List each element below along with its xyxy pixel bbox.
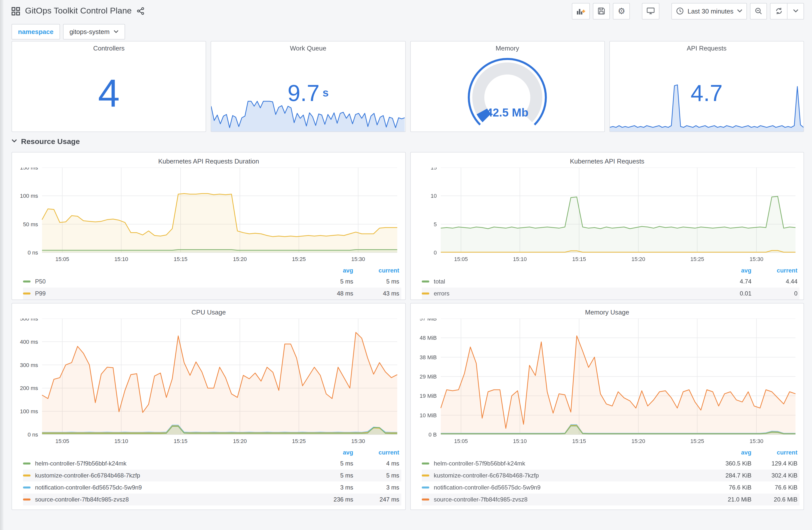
series-name[interactable]: source-controller-7fb84fc985-zvsz8: [35, 496, 309, 503]
series-current-value: 43 ms: [353, 290, 401, 297]
k8s-api-requests-duration-chart[interactable]: 0 ns50 ms100 ms150 ms15:0515:1015:1515:2…: [16, 167, 401, 264]
memory-usage-chart[interactable]: 0 B10 MiB19 MiB29 MiB38 MiB48 MiB57 MiB1…: [415, 319, 799, 445]
legend-col-avg[interactable]: avg: [708, 267, 752, 274]
dashboard-settings-button[interactable]: ⚙: [613, 3, 630, 19]
legend-col-current[interactable]: current: [353, 449, 401, 456]
series-name[interactable]: helm-controller-57f9b56bbf-k24mk: [35, 460, 309, 467]
legend-col-current[interactable]: current: [752, 267, 799, 274]
controllers-value: 4: [98, 70, 120, 116]
svg-text:15:25: 15:25: [292, 438, 306, 444]
share-icon[interactable]: [136, 7, 145, 15]
stats-row: Controllers 4 Work Queue 9.7 s Memory 42…: [12, 41, 804, 132]
series-color-dash: [23, 499, 30, 501]
dashboard-grid-icon[interactable]: [12, 7, 20, 15]
panel-work-queue: Work Queue 9.7 s: [211, 41, 406, 132]
series-name[interactable]: kustomize-controller-6c6784b468-7kzfp: [35, 472, 309, 479]
svg-text:38 MiB: 38 MiB: [420, 354, 437, 360]
namespace-variable-value: gitops-system: [70, 28, 110, 35]
k8s-api-requests-chart[interactable]: 05101515:0515:1015:1515:2015:2515:30: [415, 167, 799, 264]
svg-text:100 ms: 100 ms: [20, 408, 38, 414]
zoom-out-button[interactable]: [750, 3, 767, 19]
legend-row[interactable]: P9948 ms43 ms: [23, 288, 401, 299]
svg-text:15:30: 15:30: [351, 256, 365, 262]
refresh-interval-dropdown[interactable]: [787, 3, 804, 19]
legend-header: avgcurrent: [422, 265, 799, 276]
series-name[interactable]: helm-controller-57f9b56bbf-k24mk: [434, 460, 708, 467]
charts-row-top: Kubernetes API Requests Duration 0 ns50 …: [12, 152, 804, 300]
legend-col-avg[interactable]: avg: [708, 449, 752, 456]
legend-row[interactable]: kustomize-controller-6c6784b468-7kzfp5 m…: [23, 470, 401, 482]
legend-col-current[interactable]: current: [752, 449, 799, 456]
series-name[interactable]: notification-controller-6d56575dc-5w9n9: [35, 484, 309, 491]
namespace-variable-select[interactable]: gitops-system: [63, 24, 125, 39]
panel-title[interactable]: API Requests: [610, 42, 804, 55]
legend-row[interactable]: helm-controller-57f9b56bbf-k24mk360.5 Ki…: [422, 457, 799, 470]
series-avg-value: 21.0 MiB: [708, 496, 752, 503]
time-range-picker[interactable]: Last 30 minutes: [671, 3, 747, 19]
legend-header: avgcurrent: [422, 447, 799, 457]
series-name[interactable]: notification-controller-6d56575dc-5w9n9: [434, 484, 708, 491]
svg-text:15:10: 15:10: [114, 256, 128, 262]
legend-row[interactable]: notification-controller-6d56575dc-5w9n97…: [422, 482, 799, 494]
legend-row[interactable]: errors0.010: [422, 288, 799, 299]
series-current-value: 4.44: [752, 278, 799, 285]
svg-text:15:15: 15:15: [174, 256, 187, 262]
panel-title[interactable]: Kubernetes API Requests: [415, 154, 799, 167]
svg-text:150 ms: 150 ms: [20, 167, 38, 171]
legend-row[interactable]: kustomize-controller-6c6784b468-7kzfp284…: [422, 470, 799, 482]
series-name[interactable]: total: [434, 278, 708, 285]
svg-text:15:20: 15:20: [233, 438, 247, 444]
series-avg-value: 4.74: [708, 278, 752, 285]
series-avg-value: 0.01: [708, 290, 752, 297]
work-queue-unit: s: [322, 87, 329, 100]
panel-memory-gauge: Memory 42.5 Mb: [410, 41, 605, 132]
series-avg-value: 5 ms: [309, 472, 353, 479]
refresh-button[interactable]: [770, 3, 787, 19]
legend-row[interactable]: source-controller-7fb84fc985-zvsz821.0 M…: [422, 494, 799, 505]
dashboard-content: GitOps Toolkit Control Plane ⚙: [3, 0, 812, 530]
panel-title[interactable]: Memory Usage: [415, 306, 799, 319]
panel-title[interactable]: Kubernetes API Requests Duration: [16, 154, 401, 167]
legend-row[interactable]: notification-controller-6d56575dc-5w9n93…: [23, 482, 401, 494]
svg-text:15:20: 15:20: [632, 256, 645, 262]
legend-col-avg[interactable]: avg: [309, 267, 353, 274]
svg-text:0 ns: 0 ns: [28, 250, 38, 256]
charts-row-bottom: CPU Usage 0 ns100 ms200 ms300 ms400 ms50…: [12, 303, 804, 510]
legend-col-current[interactable]: current: [353, 267, 401, 274]
panel-title[interactable]: CPU Usage: [16, 306, 401, 319]
chart-legend: avgcurrentP505 ms5 msP9948 ms43 ms: [16, 265, 401, 299]
svg-text:15:25: 15:25: [292, 256, 306, 262]
work-queue-value: 9.7: [288, 79, 320, 106]
series-color-dash: [23, 474, 30, 476]
series-current-value: 3 ms: [353, 484, 401, 491]
legend-col-avg[interactable]: avg: [309, 449, 353, 456]
series-name[interactable]: kustomize-controller-6c6784b468-7kzfp: [434, 472, 708, 479]
panel-title[interactable]: Controllers: [12, 42, 206, 55]
series-current-value: 129.4 KiB: [752, 460, 799, 467]
panel-title[interactable]: Work Queue: [212, 42, 405, 55]
row-resource-usage[interactable]: Resource Usage: [12, 133, 804, 149]
save-dashboard-button[interactable]: [593, 3, 610, 19]
add-panel-button[interactable]: [572, 3, 590, 19]
panel-controllers: Controllers 4: [12, 41, 206, 132]
chart-legend: avgcurrenthelm-controller-57f9b56bbf-k24…: [16, 447, 401, 505]
series-name[interactable]: P50: [35, 278, 309, 285]
legend-row[interactable]: helm-controller-57f9b56bbf-k24mk5 ms4 ms: [23, 457, 401, 470]
legend-row[interactable]: source-controller-7fb84fc985-zvsz8236 ms…: [23, 494, 401, 505]
svg-text:15:30: 15:30: [351, 438, 365, 444]
series-name[interactable]: P99: [35, 290, 309, 297]
series-name[interactable]: source-controller-7fb84fc985-zvsz8: [434, 496, 708, 503]
series-color-dash: [23, 280, 30, 282]
svg-text:15:30: 15:30: [750, 438, 763, 444]
legend-row[interactable]: P505 ms5 ms: [23, 276, 401, 288]
legend-row[interactable]: total4.744.44: [422, 276, 799, 288]
cycle-view-mode-button[interactable]: [642, 3, 659, 19]
series-current-value: 247 ms: [353, 496, 401, 503]
svg-text:15: 15: [431, 167, 437, 171]
panel-title[interactable]: Memory: [410, 42, 604, 55]
svg-text:0 B: 0 B: [429, 431, 437, 438]
cpu-usage-chart[interactable]: 0 ns100 ms200 ms300 ms400 ms500 ms15:051…: [16, 319, 401, 445]
svg-text:10: 10: [431, 193, 437, 199]
chevron-down-icon: [12, 139, 17, 143]
series-name[interactable]: errors: [434, 290, 708, 297]
